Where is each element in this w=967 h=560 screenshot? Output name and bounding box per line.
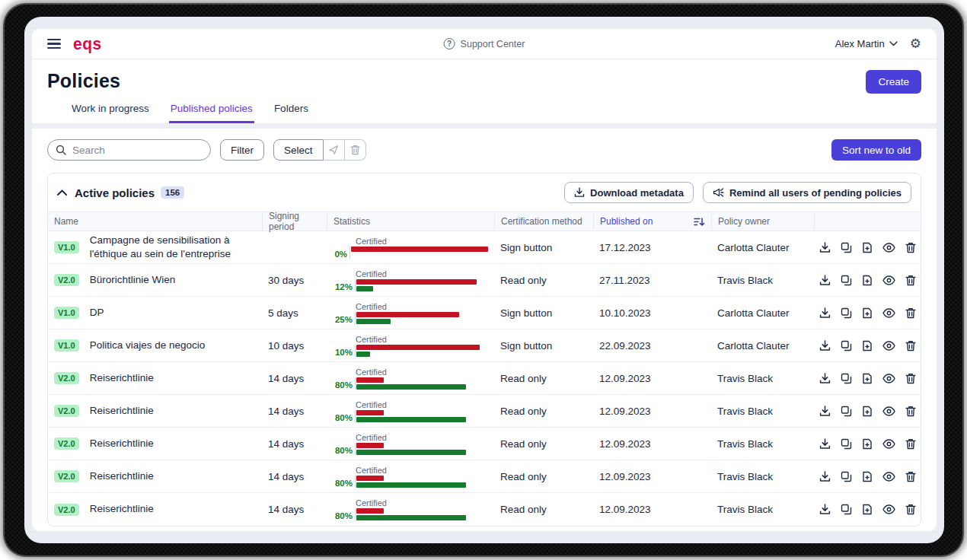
published-on: 12.09.2023 xyxy=(593,504,711,515)
download-icon xyxy=(574,187,585,198)
file-plus-icon[interactable] xyxy=(862,242,873,253)
duplicate-icon[interactable] xyxy=(841,307,852,319)
policy-name[interactable]: Bürorichtlinie Wien xyxy=(90,273,176,287)
table-row[interactable]: V2.0 Reiserichtlinie 14 days Certified 8… xyxy=(48,493,921,526)
delete-icon[interactable] xyxy=(905,373,916,384)
eye-icon[interactable] xyxy=(882,406,895,416)
duplicate-icon[interactable] xyxy=(841,373,852,384)
file-plus-icon[interactable] xyxy=(862,471,873,482)
policy-name[interactable]: Campagne de sensibilisation à l'éthique … xyxy=(90,234,256,261)
chevron-up-icon[interactable] xyxy=(57,189,67,196)
download-icon[interactable] xyxy=(819,340,831,352)
eye-icon[interactable] xyxy=(882,243,895,253)
delete-icon[interactable] xyxy=(905,438,916,450)
download-icon[interactable] xyxy=(819,504,831,515)
file-plus-icon[interactable] xyxy=(862,275,873,286)
uncertified-bar xyxy=(356,410,384,415)
table-row[interactable]: V2.0 Bürorichtlinie Wien 30 days Certifi… xyxy=(48,264,921,297)
send-icon[interactable] xyxy=(324,139,345,161)
policy-name[interactable]: Politica viajes de negocio xyxy=(90,339,206,352)
file-plus-icon[interactable] xyxy=(862,438,873,450)
policy-name[interactable]: Reiserichtlinie xyxy=(90,502,154,516)
table-row[interactable]: V1.0 Politica viajes de negocio 10 days … xyxy=(48,329,921,362)
tab-published-policies[interactable]: Published policies xyxy=(169,97,254,123)
policy-owner: Carlotta Clauter xyxy=(711,242,814,253)
download-icon[interactable] xyxy=(819,307,831,319)
tab-work-in-progress[interactable]: Work in progress xyxy=(70,97,151,123)
eye-icon[interactable] xyxy=(882,308,895,318)
duplicate-icon[interactable] xyxy=(841,406,852,417)
signing-period: 30 days xyxy=(262,275,327,286)
select-button[interactable]: Select xyxy=(273,139,324,161)
file-plus-icon[interactable] xyxy=(862,340,873,352)
search-input[interactable] xyxy=(72,145,207,156)
eye-icon[interactable] xyxy=(882,341,895,351)
tab-folders[interactable]: Folders xyxy=(273,97,310,123)
download-metadata-button[interactable]: Download metadata xyxy=(564,182,694,203)
uncertified-bar xyxy=(356,443,384,448)
published-on: 22.09.2023 xyxy=(593,340,711,352)
table-row[interactable]: V2.0 Reiserichtlinie 14 days Certified 8… xyxy=(48,428,921,460)
delete-icon[interactable] xyxy=(905,307,916,319)
duplicate-icon[interactable] xyxy=(841,242,852,253)
search-box[interactable] xyxy=(47,139,211,161)
delete-icon[interactable] xyxy=(905,275,916,286)
published-on: 10.10.2023 xyxy=(593,307,711,319)
support-center-link[interactable]: ? Support Center xyxy=(444,38,525,49)
certified-percent: 80% xyxy=(333,413,353,422)
file-plus-icon[interactable] xyxy=(862,373,873,384)
certification-method: Read only xyxy=(494,471,593,482)
download-icon[interactable] xyxy=(819,471,831,482)
duplicate-icon[interactable] xyxy=(841,504,852,515)
certified-statistics: Certified 80% xyxy=(333,433,488,455)
topbar: EQS ? Support Center Alex Martin ⚙ xyxy=(32,29,937,59)
file-plus-icon[interactable] xyxy=(862,307,873,319)
download-icon[interactable] xyxy=(819,373,831,384)
gear-icon[interactable]: ⚙ xyxy=(910,37,921,50)
certified-bar xyxy=(356,482,466,488)
download-icon[interactable] xyxy=(819,275,831,286)
delete-icon[interactable] xyxy=(905,242,916,253)
signing-period: 5 days xyxy=(262,307,327,319)
eye-icon[interactable] xyxy=(882,472,895,482)
filter-button[interactable]: Filter xyxy=(220,139,264,161)
policy-name[interactable]: Reiserichtlinie xyxy=(90,371,154,385)
certification-method: Read only xyxy=(494,406,593,417)
certified-label: Certified xyxy=(356,433,488,442)
table-row[interactable]: V1.0 Campagne de sensibilisation à l'éth… xyxy=(48,231,921,264)
table-row[interactable]: V2.0 Reiserichtlinie 14 days Certified 8… xyxy=(48,362,921,395)
create-button[interactable]: Create xyxy=(866,70,921,94)
download-icon[interactable] xyxy=(819,438,831,450)
user-menu[interactable]: Alex Martin xyxy=(835,38,898,49)
header-name: Name xyxy=(48,212,262,231)
policy-name[interactable]: Reiserichtlinie xyxy=(90,404,154,418)
eye-icon[interactable] xyxy=(882,504,895,514)
policy-name[interactable]: Reiserichtlinie xyxy=(90,469,154,483)
sort-button[interactable]: Sort new to old xyxy=(831,139,921,161)
delete-icon[interactable] xyxy=(905,504,916,515)
table-row[interactable]: V2.0 Reiserichtlinie 14 days Certified 8… xyxy=(48,460,921,493)
eye-icon[interactable] xyxy=(882,275,895,285)
eye-icon[interactable] xyxy=(882,439,895,449)
download-icon[interactable] xyxy=(819,406,831,417)
delete-icon[interactable] xyxy=(905,340,916,352)
duplicate-icon[interactable] xyxy=(841,438,852,450)
table-row[interactable]: V2.0 Reiserichtlinie 14 days Certified 8… xyxy=(48,395,921,428)
policy-name[interactable]: Reiserichtlinie xyxy=(90,437,154,450)
delete-icon[interactable] xyxy=(905,471,916,482)
duplicate-icon[interactable] xyxy=(841,275,852,286)
remind-users-button[interactable]: Remind all users of pending policies xyxy=(703,182,911,203)
menu-icon[interactable] xyxy=(47,39,61,49)
file-plus-icon[interactable] xyxy=(862,504,873,515)
trash-icon[interactable] xyxy=(345,139,366,161)
delete-icon[interactable] xyxy=(905,406,916,417)
signing-period: 10 days xyxy=(262,340,327,352)
table-row[interactable]: V1.0 DP 5 days Certified 25% Sign button… xyxy=(48,297,921,329)
file-plus-icon[interactable] xyxy=(862,406,873,417)
duplicate-icon[interactable] xyxy=(841,471,852,482)
duplicate-icon[interactable] xyxy=(841,340,852,352)
download-icon[interactable] xyxy=(819,242,831,253)
eye-icon[interactable] xyxy=(882,374,895,383)
header-published-on[interactable]: Published on xyxy=(593,212,711,231)
policy-name[interactable]: DP xyxy=(90,306,104,320)
